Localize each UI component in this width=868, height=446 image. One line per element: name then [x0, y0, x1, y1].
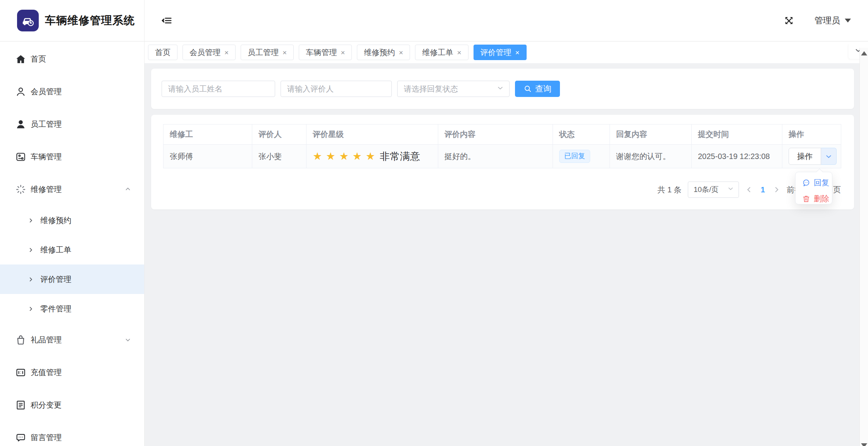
sidebar-item-label: 车辆管理: [31, 152, 62, 162]
trash-icon: [802, 195, 810, 203]
tab-repair-booking[interactable]: 维修预约 ×: [357, 45, 410, 60]
chevron-down-icon: [727, 185, 734, 194]
collapse-sidebar-icon[interactable]: [161, 15, 172, 26]
tab-staff[interactable]: 员工管理 ×: [241, 45, 294, 60]
member-icon: [16, 86, 26, 97]
menu-item-reply[interactable]: 回复: [796, 176, 832, 190]
gift-icon: [16, 335, 26, 345]
col-header-worker: 维修工: [164, 124, 252, 145]
rating-text: 非常满意: [380, 150, 420, 163]
col-header-rating: 评价星级: [307, 124, 438, 145]
cell-reviewer: 张小斐: [252, 145, 307, 168]
chevron-down-icon: [125, 337, 131, 343]
user-menu[interactable]: 管理员: [815, 15, 851, 26]
jumper-suffix: 页: [833, 185, 841, 195]
close-icon[interactable]: ×: [457, 49, 461, 56]
sidebar-item-label: 充值管理: [31, 367, 62, 378]
sidebar-item-label: 员工管理: [31, 119, 62, 130]
chevron-down-icon[interactable]: [821, 148, 837, 165]
sidebar-item-home[interactable]: 首页: [0, 43, 144, 75]
action-dropdown-menu: 回复 删除: [795, 172, 832, 204]
cell-content: 挺好的。: [438, 145, 553, 168]
sidebar-menu: 首页 会员管理 员工管理 车辆管理 维修管理 维修预约: [0, 41, 144, 446]
cell-actions: 操作: [782, 145, 841, 168]
sidebar-item-label: 零件管理: [40, 304, 71, 314]
sidebar-item-parts[interactable]: 零件管理: [0, 294, 144, 323]
sidebar-item-label: 维修预约: [40, 215, 71, 226]
col-header-reviewer: 评价人: [252, 124, 307, 145]
close-icon[interactable]: ×: [224, 49, 229, 56]
close-icon[interactable]: ×: [399, 49, 403, 56]
search-button[interactable]: 查询: [515, 81, 560, 97]
table-row: 张师傅 张小斐 ★★★★★ 非常满意 挺好的。 已回复: [164, 145, 841, 168]
tab-label: 首页: [155, 47, 170, 58]
chevron-right-icon: [28, 218, 34, 223]
app-title: 车辆维修管理系统: [45, 13, 135, 28]
chevron-right-icon: [28, 306, 34, 312]
sidebar: 车辆维修管理系统 首页 会员管理 员工管理 车辆管理 维修管理: [0, 0, 145, 446]
sidebar-item-gifts[interactable]: 礼品管理: [0, 323, 144, 356]
star-rating-icons: ★★★★★: [313, 151, 379, 162]
sidebar-item-label: 会员管理: [31, 86, 62, 97]
close-icon[interactable]: ×: [515, 49, 520, 56]
filter-panel: 请选择回复状态 查询: [151, 69, 854, 109]
tab-reviews[interactable]: 评价管理 ×: [474, 45, 527, 60]
sidebar-item-work-orders[interactable]: 维修工单: [0, 235, 144, 264]
close-icon[interactable]: ×: [341, 49, 345, 56]
sidebar-item-members[interactable]: 会员管理: [0, 75, 144, 108]
scroll-up-icon[interactable]: [861, 51, 867, 55]
sidebar-item-messages[interactable]: 留言管理: [0, 421, 144, 446]
tab-label: 车辆管理: [306, 47, 337, 58]
staff-icon: [16, 119, 26, 130]
username: 管理员: [815, 15, 840, 26]
cell-time: 2025-03-19 12:23:08: [692, 145, 782, 168]
app-logo-icon: [17, 10, 39, 31]
select-placeholder: 请选择回复状态: [404, 84, 458, 94]
page-number-current[interactable]: 1: [759, 185, 766, 194]
logo-row: 车辆维修管理系统: [0, 0, 144, 41]
sidebar-item-label: 维修工单: [40, 245, 71, 255]
sidebar-item-vehicles[interactable]: 车辆管理: [0, 140, 144, 173]
page-size-select[interactable]: 10条/页: [688, 182, 739, 198]
reviews-table: 维修工 评价人 评价星级 评价内容 状态 回复内容 提交时间 操作 张师傅: [163, 124, 841, 168]
sidebar-item-label: 首页: [31, 54, 46, 64]
caret-down-icon: [845, 19, 851, 22]
chat-icon: [802, 179, 810, 187]
sidebar-item-reviews[interactable]: 评价管理: [0, 264, 144, 294]
sidebar-item-repair[interactable]: 维修管理: [0, 173, 144, 206]
menu-item-delete[interactable]: 删除: [796, 192, 832, 206]
staff-name-input[interactable]: [162, 81, 275, 97]
action-button-label[interactable]: 操作: [789, 148, 821, 165]
close-icon[interactable]: ×: [282, 49, 287, 56]
home-icon: [16, 54, 26, 64]
tab-work-orders[interactable]: 维修工单 ×: [415, 45, 468, 60]
tab-members[interactable]: 会员管理 ×: [183, 45, 236, 60]
reply-status-select[interactable]: 请选择回复状态: [397, 81, 510, 97]
sidebar-item-staff[interactable]: 员工管理: [0, 108, 144, 140]
tab-vehicles[interactable]: 车辆管理 ×: [299, 45, 352, 60]
page-size-value: 10条/页: [694, 185, 718, 195]
reviewer-input[interactable]: [281, 81, 392, 97]
tab-label: 维修预约: [364, 47, 395, 58]
sidebar-item-recharge[interactable]: 充值管理: [0, 356, 144, 389]
sidebar-item-label: 维修管理: [31, 184, 62, 195]
cell-status: 已回复: [553, 145, 610, 168]
repair-icon: [16, 184, 26, 195]
sidebar-item-repair-booking[interactable]: 维修预约: [0, 206, 144, 235]
search-icon: [524, 85, 532, 93]
cell-rating: ★★★★★ 非常满意: [307, 145, 438, 168]
fullscreen-icon[interactable]: [784, 15, 794, 26]
menu-item-label: 回复: [814, 178, 829, 188]
next-page-icon[interactable]: [773, 186, 780, 194]
col-header-content: 评价内容: [438, 124, 553, 145]
prev-page-icon[interactable]: [745, 186, 753, 194]
action-dropdown-button[interactable]: 操作: [789, 148, 837, 165]
app-root: 车辆维修管理系统 首页 会员管理 员工管理 车辆管理 维修管理: [0, 0, 868, 446]
vertical-scrollbar[interactable]: [859, 48, 868, 446]
scroll-down-icon[interactable]: [861, 443, 867, 446]
sidebar-item-points[interactable]: 积分变更: [0, 389, 144, 421]
tab-label: 评价管理: [480, 47, 512, 58]
status-badge: 已回复: [559, 150, 590, 162]
tab-home[interactable]: 首页: [148, 45, 177, 60]
col-header-time: 提交时间: [692, 124, 782, 145]
